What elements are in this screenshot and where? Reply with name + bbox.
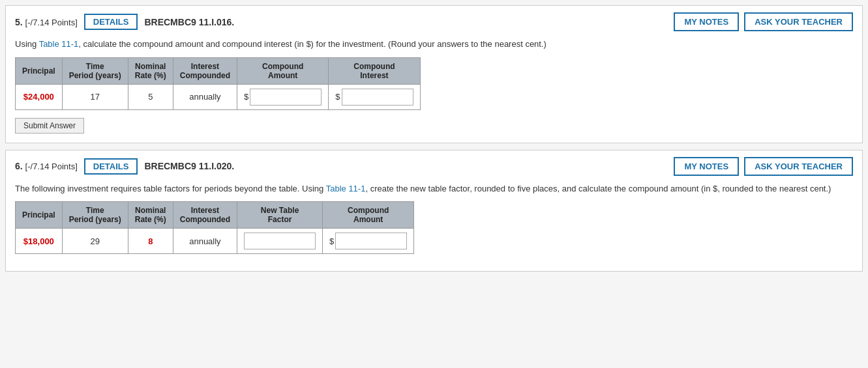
dollar-sign-interest-5: $ [335, 92, 340, 102]
col-header-compounded-6: InterestCompounded [173, 202, 237, 229]
compound-interest-input-5[interactable] [342, 89, 413, 106]
cell-principal-5: $24,000 [16, 84, 63, 109]
question-6-header-btns: MY NOTES ASK YOUR TEACHER [674, 157, 853, 176]
col-header-new-table-factor-6: New TableFactor [237, 202, 323, 229]
col-header-time-5: TimePeriod (years) [62, 57, 128, 84]
question-5-block: 5. [-/7.14 Points] DETAILS BRECMBC9 11.I… [5, 5, 863, 143]
col-header-principal-6: Principal [16, 202, 63, 229]
page-wrapper: 5. [-/7.14 Points] DETAILS BRECMBC9 11.I… [0, 0, 868, 368]
cell-compound-amount-6: $ [323, 229, 414, 254]
col-header-compound-amount-6: CompoundAmount [323, 202, 414, 229]
cell-rate-5: 5 [128, 84, 173, 109]
table-link-5[interactable]: Table 11-1 [39, 39, 79, 49]
cell-time-6: 29 [62, 229, 128, 254]
dollar-sign-amount-5: $ [244, 92, 248, 102]
my-notes-button-6[interactable]: MY NOTES [674, 157, 739, 176]
question-5-code: BRECMBC9 11.I.016. [144, 17, 674, 27]
question-5-header-btns: MY NOTES ASK YOUR TEACHER [674, 12, 853, 31]
compound-amount-input-6[interactable] [335, 233, 407, 249]
question-6-table: Principal TimePeriod (years) NominalRate… [15, 201, 414, 254]
cell-principal-6: $18,000 [16, 229, 63, 254]
cell-new-table-factor-6 [237, 229, 323, 254]
cell-compound-amount-5: $ [237, 84, 329, 109]
table-row-5: $24,000 17 5 annually $ $ [16, 84, 421, 109]
col-header-compound-amount-5: CompoundAmount [237, 57, 329, 84]
question-5-number: 5. [-/7.14 Points] [15, 17, 78, 27]
table-row-6: $18,000 29 8 annually $ [16, 229, 414, 254]
table-link-6[interactable]: Table 11-1 [326, 184, 366, 193]
col-header-rate-6: NominalRate (%) [128, 202, 173, 229]
question-5-instruction: Using Table 11-1, calculate the compound… [15, 38, 853, 51]
question-6-block: 6. [-/7.14 Points] DETAILS BRECMBC9 11.I… [5, 150, 863, 272]
col-header-rate-5: NominalRate (%) [128, 57, 173, 84]
cell-compounded-6: annually [173, 229, 237, 254]
compound-amount-input-5[interactable] [250, 89, 322, 106]
question-6-code: BRECMBC9 11.I.020. [144, 161, 674, 171]
cell-rate-6: 8 [128, 229, 173, 254]
details-button-6[interactable]: DETAILS [84, 158, 138, 175]
col-header-compound-interest-5: CompoundInterest [329, 57, 420, 84]
question-6-number: 6. [-/7.14 Points] [15, 161, 78, 171]
cell-compounded-5: annually [173, 84, 237, 109]
details-button-5[interactable]: DETAILS [84, 14, 138, 30]
col-header-time-6: TimePeriod (years) [62, 202, 128, 229]
question-5-header: 5. [-/7.14 Points] DETAILS BRECMBC9 11.I… [15, 12, 853, 31]
submit-button-5[interactable]: Submit Answer [15, 118, 84, 134]
question-5-table: Principal TimePeriod (years) NominalRate… [15, 57, 421, 110]
my-notes-button-5[interactable]: MY NOTES [674, 12, 739, 31]
ask-teacher-button-6[interactable]: ASK YOUR TEACHER [744, 157, 853, 176]
col-header-principal-5: Principal [16, 57, 63, 84]
question-6-instruction: The following investment requires table … [15, 182, 853, 195]
question-6-header: 6. [-/7.14 Points] DETAILS BRECMBC9 11.I… [15, 157, 853, 176]
cell-compound-interest-5: $ [329, 84, 420, 109]
col-header-compounded-5: InterestCompounded [173, 57, 237, 84]
cell-time-5: 17 [62, 84, 128, 109]
new-table-factor-input-6[interactable] [244, 233, 316, 249]
ask-teacher-button-5[interactable]: ASK YOUR TEACHER [744, 12, 853, 31]
dollar-sign-amount-6: $ [329, 236, 334, 246]
